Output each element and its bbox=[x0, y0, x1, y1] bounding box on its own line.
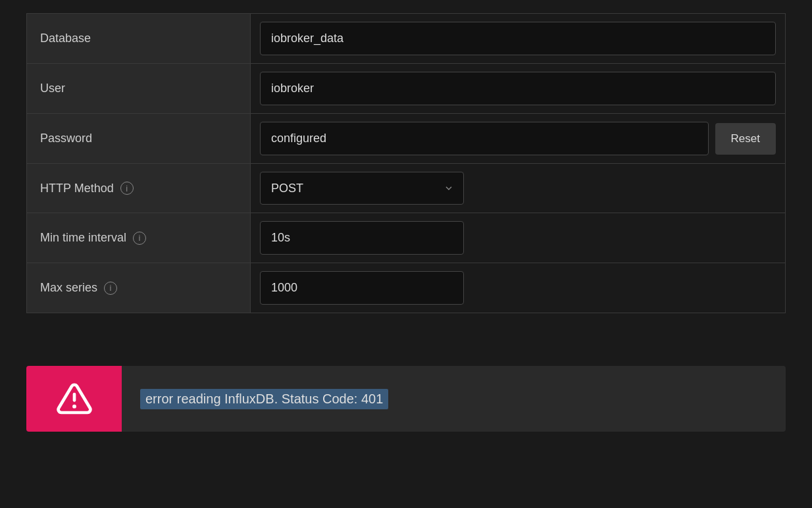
input-cell-min-time-interval bbox=[251, 213, 785, 263]
error-message-block: error reading InfluxDB. Status Code: 401 bbox=[122, 366, 786, 432]
label-user: User bbox=[27, 64, 251, 113]
min-time-interval-info-icon[interactable]: i bbox=[133, 232, 146, 245]
error-message-text: error reading InfluxDB. Status Code: 401 bbox=[140, 389, 388, 409]
password-input[interactable] bbox=[260, 122, 709, 155]
error-banner: error reading InfluxDB. Status Code: 401 bbox=[26, 366, 786, 432]
user-input[interactable] bbox=[260, 72, 776, 105]
http-method-select[interactable]: POST GET PUT bbox=[260, 172, 464, 205]
error-icon-block bbox=[26, 366, 122, 432]
max-series-info-icon[interactable]: i bbox=[104, 282, 117, 295]
label-password-text: Password bbox=[40, 132, 92, 145]
http-method-info-icon[interactable]: i bbox=[120, 182, 134, 195]
input-cell-http-method: POST GET PUT bbox=[251, 164, 785, 213]
max-series-input[interactable] bbox=[260, 271, 464, 305]
label-max-series: Max series i bbox=[27, 263, 251, 313]
form-row-user: User bbox=[26, 63, 786, 113]
input-cell-password: Reset bbox=[251, 114, 785, 163]
form-row-http-method: HTTP Method i POST GET PUT bbox=[26, 163, 786, 213]
input-cell-max-series bbox=[251, 263, 785, 313]
label-http-method-text: HTTP Method bbox=[40, 182, 114, 195]
database-input[interactable] bbox=[260, 22, 776, 55]
label-user-text: User bbox=[40, 82, 65, 95]
label-database-text: Database bbox=[40, 32, 91, 45]
form-row-min-time-interval: Min time interval i bbox=[26, 213, 786, 263]
label-min-time-interval-text: Min time interval bbox=[40, 231, 126, 245]
form-container: Database User Password Reset HTTP Method… bbox=[26, 13, 786, 313]
input-cell-database bbox=[251, 14, 785, 63]
label-max-series-text: Max series bbox=[40, 281, 97, 295]
form-row-max-series: Max series i bbox=[26, 263, 786, 313]
input-cell-user bbox=[251, 64, 785, 113]
form-row-database: Database bbox=[26, 13, 786, 63]
form-row-password: Password Reset bbox=[26, 113, 786, 163]
label-password: Password bbox=[27, 114, 251, 163]
label-database: Database bbox=[27, 14, 251, 63]
warning-triangle-icon bbox=[56, 380, 93, 417]
label-min-time-interval: Min time interval i bbox=[27, 213, 251, 263]
reset-button[interactable]: Reset bbox=[715, 123, 776, 155]
label-http-method: HTTP Method i bbox=[27, 164, 251, 213]
min-time-interval-input[interactable] bbox=[260, 221, 464, 255]
